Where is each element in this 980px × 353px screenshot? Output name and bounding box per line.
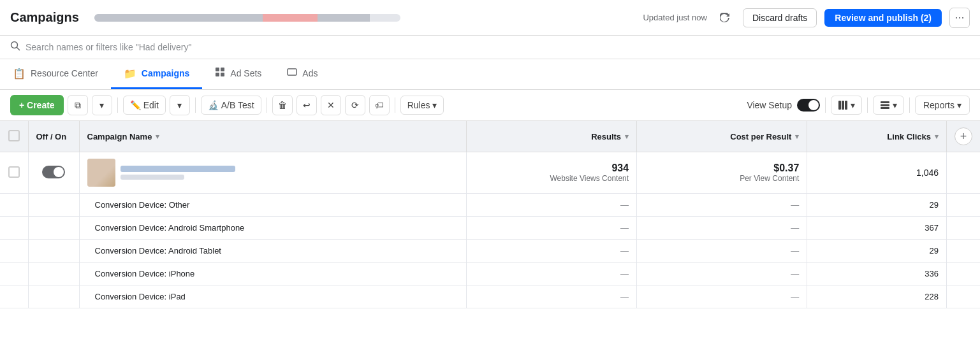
row-link-clicks-cell: 1,046 <box>807 152 947 194</box>
table-row: Conversion Device: Android Tablet — — 29 <box>0 240 980 263</box>
row-cost-cell: — <box>637 194 807 217</box>
link-clicks-value: 1,046 <box>916 168 939 178</box>
sub-campaign-name: Conversion Device: iPhone <box>95 269 195 278</box>
duplicate-dropdown-button[interactable]: ▾ <box>92 95 112 115</box>
row-checkbox[interactable] <box>8 166 20 178</box>
toolbar-divider-5 <box>825 97 826 113</box>
tag-button[interactable]: 🏷 <box>369 95 390 115</box>
create-button[interactable]: + Create <box>10 95 64 115</box>
cost-dash: — <box>791 269 799 278</box>
row-checkbox-cell <box>0 152 28 194</box>
th-results-label: Results <box>591 132 621 141</box>
rules-button[interactable]: Rules ▾ <box>400 96 444 115</box>
row-results-cell: — <box>466 194 636 217</box>
view-setup-toggle[interactable] <box>797 99 820 112</box>
reports-button[interactable]: Reports ▾ <box>915 96 970 115</box>
more-options-button[interactable]: ··· <box>949 8 970 28</box>
row-campaign-name-cell: Conversion Device: Android Smartphone <box>79 217 466 240</box>
search-input[interactable] <box>26 42 791 52</box>
updated-text: Updated just now <box>643 13 706 22</box>
th-link-clicks: Link Clicks ▾ <box>807 121 947 152</box>
row-cost-cell: $0.37 Per View Content <box>637 152 807 194</box>
tab-ad-sets[interactable]: Ad Sets <box>202 59 274 89</box>
columns-view-button[interactable]: ▾ <box>831 96 862 115</box>
svg-rect-6 <box>288 69 296 75</box>
table-row: Conversion Device: Other — — 29 <box>0 194 980 217</box>
edit-button[interactable]: ✏️ Edit <box>123 96 166 115</box>
remove-button[interactable]: ✕ <box>321 95 341 115</box>
ad-sets-icon <box>215 67 225 80</box>
svg-rect-12 <box>881 107 889 109</box>
delete-button[interactable]: 🗑 <box>272 95 293 115</box>
rows-view-button[interactable]: ▾ <box>873 96 904 115</box>
link-clicks-value: 228 <box>925 292 939 301</box>
campaign-thumb-inner <box>87 159 115 187</box>
header: Campaigns Updated just now Discard draft… <box>0 0 980 36</box>
refresh-button[interactable] <box>715 8 735 28</box>
row-cost-cell: — <box>637 217 807 240</box>
svg-rect-10 <box>881 101 889 103</box>
row-cost-cell: — <box>637 263 807 285</box>
link-clicks-value: 367 <box>925 223 939 233</box>
review-publish-button[interactable]: Review and publish (2) <box>824 9 942 27</box>
select-all-checkbox[interactable] <box>8 130 20 141</box>
sync-button[interactable]: ⟳ <box>345 95 365 115</box>
row-results-cell: — <box>466 263 636 285</box>
tab-campaigns[interactable]: 📁 Campaigns <box>111 59 202 89</box>
add-column-button[interactable]: + <box>954 127 972 145</box>
th-checkbox <box>0 121 28 152</box>
table-header-row: Off / On Campaign Name ▾ Results ▾ <box>0 121 980 152</box>
campaign-name-bar <box>121 166 235 172</box>
ab-test-button[interactable]: 🔬 A/B Test <box>201 96 261 115</box>
edit-dropdown-button[interactable]: ▾ <box>170 95 190 115</box>
search-svg <box>10 41 20 51</box>
campaign-toggle[interactable] <box>42 166 65 178</box>
table-row: Conversion Device: Android Smartphone — … <box>0 217 980 240</box>
duplicate-icon: ⧉ <box>75 100 81 111</box>
row-campaign-name-cell: Conversion Device: iPhone <box>79 263 466 285</box>
row-results-cell: — <box>466 217 636 240</box>
toolbar-divider-6 <box>867 97 868 113</box>
sync-icon: ⟳ <box>351 100 359 110</box>
table-row: Conversion Device: iPad — — 228 <box>0 285 980 308</box>
cost-dash: — <box>791 200 799 210</box>
edit-icon: ✏️ <box>130 100 141 110</box>
discard-drafts-button[interactable]: Discard drafts <box>743 8 817 27</box>
rules-dropdown-icon: ▾ <box>432 100 437 110</box>
tab-ads[interactable]: Ads <box>274 59 330 89</box>
ads-icon <box>287 67 297 80</box>
duplicate-button[interactable]: ⧉ <box>68 95 88 115</box>
row-extra-cell <box>947 285 981 308</box>
cost-secondary-value: Per View Content <box>645 174 799 183</box>
nav-tabs: 📋 Resource Center 📁 Campaigns Ad Sets Ad… <box>0 59 980 90</box>
table-row: 934 Website Views Content $0.37 Per View… <box>0 152 980 194</box>
th-cost-sort[interactable]: Cost per Result ▾ <box>645 132 799 141</box>
row-toggle-cell <box>28 263 79 285</box>
th-campaign-name-sort[interactable]: Campaign Name ▾ <box>87 132 458 141</box>
row-link-clicks-cell: 29 <box>807 194 947 217</box>
undo-button[interactable]: ↩ <box>296 95 317 115</box>
search-bar <box>0 36 980 59</box>
tab-resource-center[interactable]: 📋 Resource Center <box>0 59 111 89</box>
link-clicks-value: 336 <box>925 269 939 278</box>
row-link-clicks-cell: 228 <box>807 285 947 308</box>
row-campaign-name-cell: Conversion Device: Other <box>79 194 466 217</box>
progress-segment-3 <box>318 14 370 22</box>
toolbar: + Create ⧉ ▾ ✏️ Edit ▾ 🔬 A/B Test 🗑 ↩ ✕ … <box>0 90 980 121</box>
row-toggle-cell <box>28 285 79 308</box>
row-toggle-cell <box>28 240 79 263</box>
campaigns-icon: 📁 <box>124 68 136 80</box>
cost-dash: — <box>791 223 799 233</box>
th-results-sort[interactable]: Results ▾ <box>474 132 629 141</box>
th-link-clicks-sort[interactable]: Link Clicks ▾ <box>815 132 939 141</box>
row-results-cell: — <box>466 285 636 308</box>
svg-rect-9 <box>845 101 847 110</box>
columns-dropdown-icon: ▾ <box>851 100 855 110</box>
row-cost-cell: — <box>637 285 807 308</box>
link-clicks-value: 29 <box>930 200 939 210</box>
dropdown-arrow-icon: ▾ <box>99 100 104 110</box>
remove-icon: ✕ <box>327 100 335 110</box>
refresh-icon <box>720 13 730 23</box>
results-sort-icon: ▾ <box>625 133 629 141</box>
th-campaign-name: Campaign Name ▾ <box>79 121 466 152</box>
